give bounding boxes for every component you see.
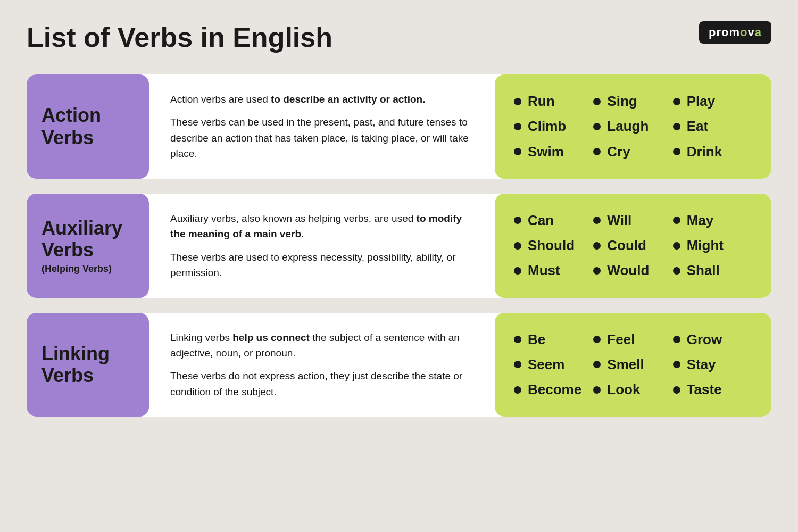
example-item: Taste [673,381,752,398]
bullet-icon [673,148,680,155]
bullet-icon [514,217,521,224]
section-label-text-action: ActionVerbs [41,104,101,148]
example-word: Drink [687,144,722,160]
bullet-icon [673,336,680,343]
section-row-auxiliary: AuxiliaryVerbs(Helping Verbs)Auxiliary v… [27,194,771,298]
page-header: List of Verbs in English promova [27,21,771,53]
bullet-icon [514,336,521,343]
bullet-icon [593,98,601,105]
bullet-icon [673,123,680,130]
section-desc-p2-action: These verbs can be used in the present, … [170,114,473,161]
section-examples-action: RunSingPlayClimbLaughEatSwimCryDrink [495,74,771,179]
example-item: Might [673,237,752,254]
section-label-linking: LinkingVerbs [27,313,149,417]
example-word: Feel [607,331,635,348]
example-item: Must [514,262,593,279]
section-label-text-linking: LinkingVerbs [41,343,110,387]
bullet-icon [673,386,680,394]
example-word: Should [528,237,575,254]
example-word: Can [528,212,554,229]
example-word: Could [607,237,646,254]
bullet-icon [514,386,521,394]
example-item: Laugh [593,118,672,135]
example-word: Play [687,93,716,110]
bullet-icon [593,242,601,250]
bullet-icon [673,217,680,224]
example-item: Run [514,93,593,110]
example-word: Will [607,212,631,229]
example-word: Might [687,237,724,254]
example-item: Should [514,237,593,254]
example-item: Look [593,381,672,398]
bullet-icon [593,148,601,155]
example-word: Look [607,381,640,398]
example-item: Feel [593,331,672,348]
example-item: Swim [514,144,593,160]
section-desc-p1-auxiliary: Auxiliary verbs, also known as helping v… [170,211,473,242]
section-label-auxiliary: AuxiliaryVerbs(Helping Verbs) [27,194,149,298]
example-item: Cry [593,144,672,160]
example-item: Could [593,237,672,254]
example-word: May [687,212,714,229]
bullet-icon [514,123,521,130]
bullet-icon [514,361,521,368]
bullet-icon [673,361,680,368]
page-title: List of Verbs in English [27,21,332,53]
example-item: Can [514,212,593,229]
bullet-icon [673,98,680,105]
example-item: Play [673,93,752,110]
section-desc-p2-linking: These verbs do not express action, they … [170,368,473,400]
example-word: Become [528,381,581,398]
bullet-icon [514,98,521,105]
bullet-icon [514,267,521,275]
example-item: Sing [593,93,672,110]
example-item: Stay [673,356,752,373]
sections-container: ActionVerbsAction verbs are used to desc… [27,74,771,417]
example-item: Would [593,262,672,279]
section-row-linking: LinkingVerbsLinking verbs help us connec… [27,313,771,417]
example-word: Grow [687,331,722,348]
example-word: Be [528,331,545,348]
example-item: Drink [673,144,752,160]
bullet-icon [514,148,521,155]
bullet-icon [593,336,601,343]
example-item: Grow [673,331,752,348]
example-word: Swim [528,144,564,160]
bullet-icon [593,123,601,130]
example-item: Will [593,212,672,229]
bullet-icon [593,267,601,275]
section-row-action: ActionVerbsAction verbs are used to desc… [27,74,771,179]
example-word: Sing [607,93,637,110]
example-item: Smell [593,356,672,373]
example-item: May [673,212,752,229]
bullet-icon [673,267,680,275]
example-word: Eat [687,118,708,135]
example-item: Shall [673,262,752,279]
example-word: Seem [528,356,564,373]
example-word: Climb [528,118,566,135]
logo: promova [699,21,771,44]
example-word: Run [528,93,555,110]
bullet-icon [514,242,521,250]
section-desc-linking: Linking verbs help us connect the subjec… [149,313,495,417]
section-examples-linking: BeFeelGrowSeemSmellStayBecomeLookTaste [495,313,771,417]
bullet-icon [673,242,680,250]
example-item: Eat [673,118,752,135]
example-item: Seem [514,356,593,373]
example-word: Stay [687,356,716,373]
section-examples-auxiliary: CanWillMayShouldCouldMightMustWouldShall [495,194,771,298]
example-word: Cry [607,144,630,160]
example-word: Would [607,262,649,279]
bullet-icon [593,361,601,368]
example-word: Smell [607,356,644,373]
example-word: Must [528,262,560,279]
section-desc-p1-action: Action verbs are used to describe an act… [170,92,473,107]
example-item: Become [514,381,593,398]
section-label-sub-auxiliary: (Helping Verbs) [41,263,122,275]
example-item: Be [514,331,593,348]
section-label-text-auxiliary: AuxiliaryVerbs [41,217,122,261]
example-word: Laugh [607,118,649,135]
bullet-icon [593,217,601,224]
bullet-icon [593,386,601,394]
section-desc-p1-linking: Linking verbs help us connect the subjec… [170,330,473,361]
